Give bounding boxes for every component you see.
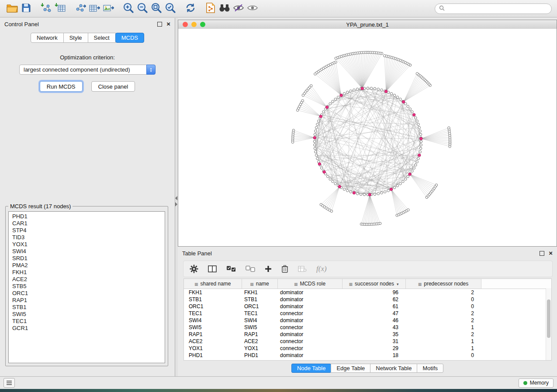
zoom-selected-button[interactable] bbox=[163, 2, 177, 16]
network-titlebar[interactable]: YPA_prune.txt_1 bbox=[178, 20, 557, 29]
optimization-dropdown[interactable]: largest connected component (undirected)… bbox=[19, 65, 156, 75]
float-table-panel-icon[interactable] bbox=[540, 251, 544, 256]
tab-mcds[interactable]: MCDS bbox=[115, 33, 144, 43]
network-title: YPA_prune.txt_1 bbox=[178, 21, 557, 28]
column-type-icon: ▦ bbox=[349, 282, 353, 286]
result-item[interactable]: STB5 bbox=[12, 283, 161, 290]
result-item[interactable]: ACE2 bbox=[12, 276, 161, 283]
select-all-icon bbox=[226, 266, 236, 272]
open-file-button[interactable] bbox=[5, 2, 19, 16]
result-item[interactable]: PHD1 bbox=[12, 213, 161, 220]
result-item[interactable]: GCR1 bbox=[12, 325, 161, 332]
toolbar-search[interactable] bbox=[435, 3, 552, 14]
result-item[interactable]: TID3 bbox=[12, 234, 161, 241]
show-columns-button[interactable] bbox=[208, 265, 217, 272]
table-row[interactable]: ORC1ORC1dominator610 bbox=[184, 303, 551, 310]
show-annotations-button[interactable] bbox=[246, 2, 259, 16]
network-window: YPA_prune.txt_1 bbox=[178, 20, 557, 247]
tab-select[interactable]: Select bbox=[88, 33, 116, 43]
column-header-predecessor-nodes[interactable]: ▦predecessor nodes bbox=[405, 279, 481, 289]
table-row[interactable]: SWI4SWI4dominator462 bbox=[184, 317, 551, 324]
table-row[interactable]: FKH1FKH1dominator962 bbox=[184, 289, 551, 296]
tab-motifs[interactable]: Motifs bbox=[417, 364, 443, 373]
table-row[interactable]: TEC1TEC1connector472 bbox=[184, 310, 551, 317]
add-column-button[interactable] bbox=[265, 265, 272, 272]
column-header-shared-name[interactable]: ▦shared name bbox=[184, 279, 242, 289]
result-item[interactable]: STB1 bbox=[12, 304, 161, 311]
tab-network[interactable]: Network bbox=[31, 33, 64, 43]
result-item[interactable]: SWI4 bbox=[12, 248, 161, 255]
search-input[interactable] bbox=[447, 5, 547, 12]
result-item[interactable]: SRD1 bbox=[12, 255, 161, 262]
deselect-all-button[interactable] bbox=[246, 266, 255, 272]
run-mcds-button[interactable]: Run MCDS bbox=[40, 81, 83, 92]
table-row[interactable]: STB1STB1dominator620 bbox=[184, 296, 551, 303]
tab-node-table[interactable]: Node Table bbox=[291, 364, 332, 373]
status-bar: Memory bbox=[0, 376, 557, 389]
result-item[interactable]: TEC1 bbox=[12, 318, 161, 325]
function-builder-button[interactable]: f(x) bbox=[316, 265, 327, 273]
zoom-fit-button[interactable] bbox=[149, 2, 163, 16]
delete-column-button[interactable] bbox=[281, 265, 288, 273]
export-network-button[interactable] bbox=[73, 2, 87, 16]
eye-slash-icon bbox=[233, 4, 244, 14]
zoom-out-button[interactable] bbox=[135, 2, 149, 16]
tab-edge-table[interactable]: Edge Table bbox=[331, 364, 370, 373]
column-header-successor-nodes[interactable]: ▦successor nodes▾ bbox=[342, 279, 405, 289]
main-toolbar bbox=[0, 0, 557, 17]
collapse-left-icon[interactable] bbox=[175, 196, 177, 200]
table-panel: Table Panel × f(x) ▦shared name▦name▦MCD… bbox=[178, 247, 557, 376]
zoom-selected-icon bbox=[165, 2, 176, 15]
zoom-fit-icon bbox=[151, 2, 162, 15]
scrollbar-thumb[interactable] bbox=[547, 299, 550, 338]
table-panel-header: Table Panel × bbox=[178, 247, 557, 258]
import-table-button[interactable] bbox=[53, 2, 67, 16]
save-session-button[interactable] bbox=[19, 2, 33, 16]
dropdown-stepper-icon[interactable]: ▲ ▼ bbox=[146, 65, 156, 75]
delete-table-button[interactable] bbox=[298, 266, 307, 272]
result-item[interactable]: PMA2 bbox=[12, 262, 161, 269]
table-scrollbar[interactable] bbox=[546, 288, 551, 360]
column-header-MCDS-role[interactable]: ▦MCDS role bbox=[277, 279, 342, 289]
open-folder-icon bbox=[7, 3, 18, 14]
import-network-button[interactable] bbox=[39, 2, 53, 16]
hide-annotations-button[interactable] bbox=[232, 2, 246, 16]
table-row[interactable]: RAP1RAP1dominator352 bbox=[184, 331, 551, 338]
table-row[interactable]: ACE2ACE2connector311 bbox=[184, 338, 551, 345]
tab-network-table[interactable]: Network Table bbox=[370, 364, 417, 373]
memory-label: Memory bbox=[530, 380, 549, 386]
result-item[interactable]: STP4 bbox=[12, 227, 161, 234]
result-item[interactable]: CAR1 bbox=[12, 220, 161, 227]
result-item[interactable]: RAP1 bbox=[12, 297, 161, 304]
cytoscape-app: Control Panel × NetworkStyleSelectMCDS O… bbox=[0, 0, 557, 392]
close-panel-button[interactable]: Close panel bbox=[91, 81, 135, 92]
collapse-right-icon[interactable] bbox=[175, 202, 177, 206]
table-settings-button[interactable] bbox=[190, 265, 198, 273]
column-header-name[interactable]: ▦name bbox=[242, 279, 277, 289]
find-button[interactable] bbox=[218, 2, 232, 16]
export-table-button[interactable] bbox=[87, 2, 101, 16]
export-image-button[interactable] bbox=[101, 2, 115, 16]
network-graph[interactable] bbox=[178, 29, 557, 246]
plus-icon bbox=[265, 265, 272, 272]
document-share-icon bbox=[206, 3, 215, 15]
result-item[interactable]: FKH1 bbox=[12, 269, 161, 276]
apply-layout-button[interactable] bbox=[183, 2, 197, 16]
menu-button[interactable] bbox=[3, 378, 15, 388]
stepper-down-icon: ▼ bbox=[150, 70, 152, 72]
result-item[interactable]: SWI5 bbox=[12, 311, 161, 318]
tab-style[interactable]: Style bbox=[63, 33, 88, 43]
memory-button[interactable]: Memory bbox=[519, 378, 554, 388]
table-row[interactable]: SWI5SWI5connector431 bbox=[184, 324, 551, 331]
column-type-icon: ▦ bbox=[250, 282, 254, 286]
table-row[interactable]: YOX1YOX1connector291 bbox=[184, 345, 551, 352]
result-item[interactable]: YOX1 bbox=[12, 241, 161, 248]
select-all-button[interactable] bbox=[226, 266, 236, 272]
close-table-panel-icon[interactable]: × bbox=[549, 251, 553, 255]
share-document-button[interactable] bbox=[204, 2, 218, 16]
float-panel-icon[interactable] bbox=[157, 22, 162, 27]
table-row[interactable]: PHD1PHD1dominator180 bbox=[184, 352, 551, 359]
close-panel-icon[interactable]: × bbox=[166, 22, 170, 26]
result-item[interactable]: ORC1 bbox=[12, 290, 161, 297]
zoom-in-button[interactable] bbox=[121, 2, 135, 16]
